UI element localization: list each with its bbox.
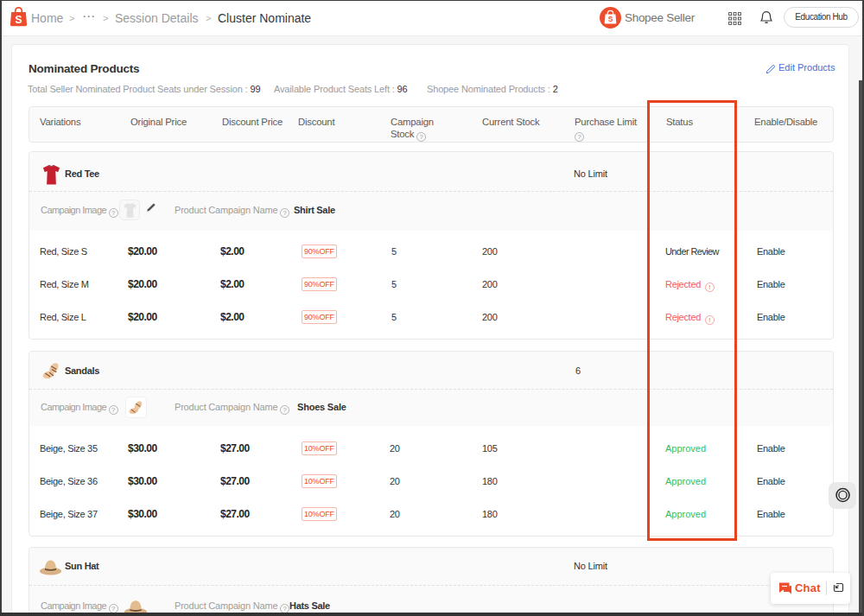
svg-text:S: S bbox=[608, 15, 613, 23]
svg-text:S: S bbox=[15, 14, 22, 26]
